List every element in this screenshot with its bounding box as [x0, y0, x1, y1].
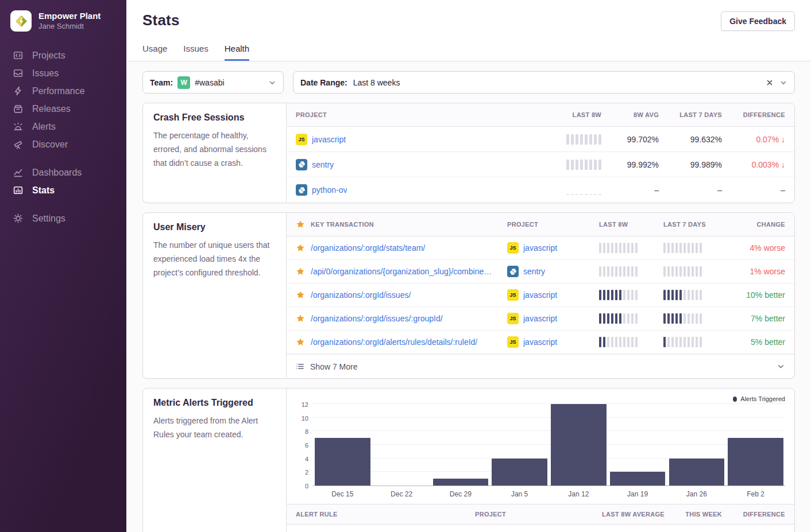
table-row: /organizations/:orgId/stats/team/ JSjava…	[287, 236, 794, 260]
key-transaction-star-icon[interactable]	[296, 337, 305, 347]
table-row: /organizations/:orgId/issues/ JSjavascri…	[287, 284, 794, 307]
chart-plot-area	[313, 405, 785, 486]
key-transaction-star-icon[interactable]	[296, 314, 305, 323]
col-last8w-average: LAST 8W AVERAGE	[602, 511, 665, 518]
tab-issues[interactable]: Issues	[183, 44, 208, 61]
col-change: CHANGE	[757, 221, 785, 228]
projects-icon	[13, 50, 24, 61]
transaction-link[interactable]: /api/0/organizations/{organization_slug}…	[311, 267, 492, 276]
sidebar: Empower Plant Jane Schmidt Projects Issu…	[0, 0, 126, 532]
alerts-icon	[13, 121, 24, 132]
sidebar-item-label: Dashboards	[32, 168, 82, 178]
sidebar-item-label: Projects	[32, 51, 65, 61]
sidebar-item-performance[interactable]: Performance	[13, 82, 126, 100]
sparkline-last7days	[663, 243, 728, 253]
date-range-label: Date Range:	[300, 78, 347, 87]
sidebar-nav: Projects Issues Performance Releases	[13, 46, 126, 227]
sidebar-item-settings[interactable]: Settings	[13, 209, 126, 227]
col-8wavg: 8W AVG	[634, 111, 659, 118]
transaction-link[interactable]: /organizations/:orgId/alerts/rules/detai…	[311, 337, 477, 347]
transaction-link[interactable]: /organizations/:orgId/issues/:groupId/	[311, 314, 443, 323]
sidebar-item-stats[interactable]: Stats	[13, 181, 126, 199]
javascript-platform-icon: JS	[507, 289, 519, 301]
col-difference: DIFFERENCE	[743, 511, 785, 518]
metric-alerts-card: Metric Alerts Triggered Alerts triggered…	[142, 388, 795, 532]
table-row: JS javascript 99.702% 99.632% 0.07% ↓	[287, 127, 794, 152]
change-value: 7% better	[751, 314, 785, 323]
date-range-selector[interactable]: Date Range: Last 8 weeks	[293, 71, 795, 94]
chevron-down-icon	[777, 362, 785, 371]
python-platform-icon	[507, 266, 519, 277]
org-switcher[interactable]: Empower Plant Jane Schmidt	[10, 10, 126, 32]
change-value: 10% better	[746, 290, 785, 300]
user-name: Jane Schmidt	[38, 22, 101, 31]
team-value: #wasabi	[195, 78, 224, 87]
project-link[interactable]: javascript	[523, 243, 557, 253]
difference-value: –	[781, 185, 785, 195]
give-feedback-button[interactable]: Give Feedback	[721, 11, 795, 31]
sidebar-item-dashboards[interactable]: Dashboards	[13, 164, 126, 181]
col-project: PROJECT	[507, 221, 599, 228]
transaction-link[interactable]: /organizations/:orgId/stats/team/	[311, 243, 425, 253]
crash-table-header: PROJECT LAST 8W 8W AVG LAST 7 DAYS DIFFE…	[287, 103, 794, 127]
sidebar-item-alerts[interactable]: Alerts	[13, 118, 126, 135]
chevron-down-icon	[779, 79, 787, 87]
sidebar-item-label: Issues	[32, 68, 59, 79]
chart-y-axis: 024681012	[296, 405, 313, 486]
col-project: PROJECT	[475, 511, 578, 518]
col-difference: DIFFERENCE	[743, 111, 785, 118]
chevron-down-icon	[268, 79, 276, 87]
avg-8w-value: 99.702%	[627, 135, 659, 144]
misery-table-header: KEY TRANSACTION PROJECT LAST 8W LAST 7 D…	[287, 213, 794, 236]
last-7d-value: –	[717, 185, 722, 195]
legend-dot-icon	[733, 397, 737, 402]
transaction-link[interactable]: /organizations/:orgId/issues/	[311, 290, 411, 300]
arrow-down-icon: ↓	[781, 160, 785, 169]
col-key-transaction: KEY TRANSACTION	[311, 221, 374, 228]
sparkline-last8w	[566, 160, 601, 170]
show-more-button[interactable]: Show 7 More	[287, 354, 794, 378]
key-transaction-star-icon[interactable]	[296, 243, 305, 253]
tab-health[interactable]: Health	[225, 44, 249, 61]
main-area: Stats Give Feedback Usage Issues Health …	[126, 0, 811, 532]
team-selector[interactable]: Team: W #wasabi	[142, 71, 284, 94]
org-logo-icon	[10, 10, 32, 32]
chart-legend[interactable]: Alerts Triggered	[296, 394, 785, 403]
sparkline-last7days	[663, 266, 728, 277]
difference-value: 0.07% ↓	[756, 135, 785, 144]
col-this-week: THIS WEEK	[685, 511, 722, 518]
sparkline-last8w	[599, 337, 663, 347]
project-link[interactable]: sentry	[312, 160, 334, 169]
project-link[interactable]: javascript	[523, 337, 557, 347]
performance-icon	[13, 86, 24, 96]
card-title: Metric Alerts Triggered	[153, 398, 276, 408]
project-link[interactable]: sentry	[523, 267, 545, 276]
avg-8w-value: 99.992%	[627, 160, 659, 169]
python-platform-icon	[296, 159, 307, 170]
releases-icon	[13, 103, 24, 114]
clear-date-icon[interactable]	[766, 79, 774, 87]
table-row: /organizations/:orgId/alerts/rules/detai…	[287, 331, 794, 354]
key-transaction-star-icon[interactable]	[296, 290, 305, 300]
arrow-down-icon: ↓	[781, 135, 785, 144]
project-link[interactable]: javascript	[312, 135, 346, 144]
tab-usage[interactable]: Usage	[142, 44, 167, 61]
change-value: 5% better	[751, 337, 785, 347]
project-link[interactable]: python-ov	[312, 185, 347, 195]
chart-x-axis: Dec 15Dec 22Dec 29Jan 5Jan 12Jan 19Jan 2…	[313, 486, 785, 504]
project-link[interactable]: javascript	[523, 314, 557, 323]
table-row: /organizations/:orgId/issues/:groupId/ J…	[287, 307, 794, 331]
sidebar-item-issues[interactable]: Issues	[13, 64, 126, 82]
card-description: The percentage of healthy, errored, and …	[153, 129, 276, 170]
crash-free-sessions-card: Crash Free Sessions The percentage of he…	[142, 103, 795, 203]
javascript-platform-icon: JS	[507, 242, 519, 254]
project-link[interactable]: javascript	[523, 290, 557, 300]
sidebar-item-discover[interactable]: Discover	[13, 135, 126, 153]
javascript-platform-icon: JS	[507, 313, 519, 324]
sidebar-item-projects[interactable]: Projects	[13, 46, 126, 64]
key-transaction-star-icon[interactable]	[296, 267, 305, 276]
sidebar-item-releases[interactable]: Releases	[13, 100, 126, 118]
alert-table-header: ALERT RULE PROJECT LAST 8W AVERAGE THIS …	[287, 504, 794, 525]
javascript-platform-icon: JS	[296, 134, 307, 145]
col-last8w: LAST 8W	[573, 111, 601, 118]
